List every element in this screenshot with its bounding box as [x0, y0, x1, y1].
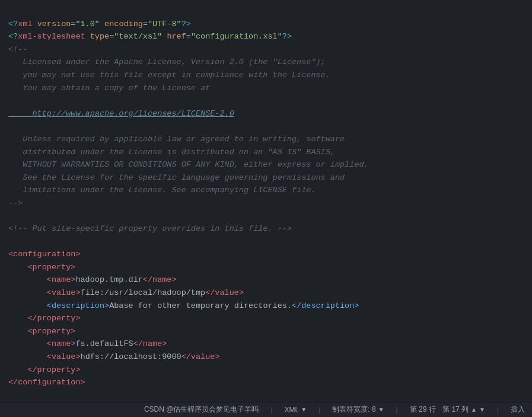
csdn-watermark: CSDN @估生程序员会梦见电子羊吗: [144, 405, 259, 415]
code-content: <?xml version="1.0" encoding="UTF-8"?> <…: [0, 5, 532, 402]
tab-width-arrow: ▼: [378, 406, 384, 413]
tab-width: 制表符宽度: 8 ▼: [332, 405, 384, 415]
separator-3: |: [396, 406, 398, 414]
position-arrow-down: ▼: [479, 406, 485, 413]
editor-area: <?xml version="1.0" encoding="UTF-8"?> <…: [0, 0, 532, 402]
edit-mode: 插入: [511, 405, 525, 415]
xml-decl: <?: [8, 20, 18, 28]
position-arrow-up: ▲: [471, 406, 477, 413]
file-type-selector[interactable]: XML ▼: [285, 406, 307, 414]
cursor-position: 第 29 行 第 17 列 ▲ ▼: [410, 405, 485, 415]
separator-1: |: [270, 406, 272, 414]
file-type-arrow: ▼: [301, 406, 307, 413]
separator-4: |: [497, 406, 499, 414]
status-bar: CSDN @估生程序员会梦见电子羊吗 | XML ▼ | 制表符宽度: 8 ▼ …: [0, 402, 532, 417]
file-type-label: XML: [285, 406, 300, 414]
separator-2: |: [318, 406, 320, 414]
